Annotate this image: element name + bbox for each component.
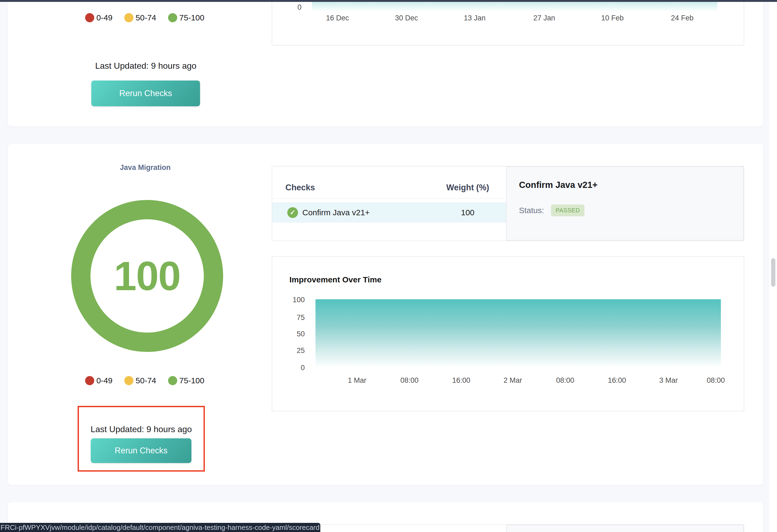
check-details-panel: Confirm Java v21+ Status: PASSED (506, 166, 744, 241)
check-passed-icon: ✓ (287, 207, 298, 218)
status-label: Status: (519, 206, 544, 215)
x-axis-label: 27 Jan (533, 14, 555, 22)
improvement-chart-title: Improvement Over Time (290, 275, 381, 284)
legend-item-mid: 50-74 (124, 13, 156, 22)
legend-item-high: 75-100 (168, 13, 204, 22)
legend-item-high: 75-100 (168, 376, 204, 385)
top-divider-strip (0, 0, 777, 2)
legend-label: 0-49 (96, 13, 112, 22)
y-axis-tick: 0 (286, 364, 305, 372)
scorecard-card-top: 0-49 50-74 75-100 Last Updated: 9 hours … (8, 2, 763, 126)
legend-dot-green (168, 13, 177, 22)
improvement-chart-panel: Improvement Over Time 100 75 50 25 0 1 M… (272, 256, 744, 411)
legend-dot-red (85, 376, 94, 385)
x-axis-label: 13 Jan (464, 14, 485, 22)
check-row-confirm-java[interactable]: ✓ Confirm Java v21+ 100 (272, 203, 506, 223)
x-axis-label: 24 Feb (671, 14, 693, 22)
y-axis-tick: 25 (286, 347, 305, 355)
legend-label: 50-74 (136, 13, 156, 22)
check-details-panel-partial (506, 525, 744, 532)
scorecard-title: Java Migration (92, 163, 199, 172)
x-axis-label: 10 Feb (601, 14, 624, 22)
checks-wrapper: Checks Weight (%) ✓ Confirm Java v21+ 10… (272, 166, 744, 241)
last-updated-text: Last Updated: 9 hours ago (43, 424, 239, 434)
y-axis-tick: 0 (298, 3, 302, 12)
y-axis-tick: 100 (286, 296, 305, 304)
weight-column-header: Weight (%) (427, 183, 508, 192)
status-badge: PASSED (551, 205, 584, 216)
improvement-area-series (316, 299, 721, 368)
legend-label: 0-49 (96, 376, 112, 385)
score-legend: 0-49 50-74 75-100 (85, 13, 204, 22)
x-axis-label: 30 Dec (395, 14, 418, 22)
legend-dot-red (85, 13, 94, 22)
rerun-checks-button[interactable]: Rerun Checks (91, 81, 200, 106)
checks-column-header: Checks (286, 183, 315, 192)
check-name: Confirm Java v21+ (302, 208, 370, 217)
x-axis-label: 16:00 (608, 376, 626, 385)
x-axis-label: 08:00 (400, 376, 419, 385)
legend-dot-yellow (124, 13, 133, 22)
x-axis-label: 2 Mar (504, 376, 522, 385)
x-axis-label: 16 Dec (326, 14, 349, 22)
legend-item-low: 0-49 (85, 376, 112, 385)
rerun-checks-button[interactable]: Rerun Checks (91, 438, 192, 463)
x-axis-label: 16:00 (452, 376, 470, 385)
x-axis-label: 08:00 (556, 376, 574, 385)
last-updated-text: Last Updated: 9 hours ago (48, 61, 244, 71)
y-axis-tick: 50 (286, 330, 305, 338)
check-status-row: Status: PASSED (519, 205, 584, 216)
score-value: 100 (114, 253, 181, 299)
legend-label: 50-74 (136, 376, 156, 385)
scorecard-page: 0-49 50-74 75-100 Last Updated: 9 hours … (0, 0, 777, 532)
link-preview-statusbar: FRCi-pfWPYXVjvw/module/idp/catalog/defau… (0, 523, 320, 532)
link-preview-url: FRCi-pfWPYXVjvw/module/idp/catalog/defau… (1, 523, 320, 531)
legend-item-low: 0-49 (85, 13, 112, 22)
x-axis-label: 1 Mar (348, 376, 366, 385)
score-legend: 0-49 50-74 75-100 (85, 376, 204, 385)
legend-dot-yellow (124, 376, 133, 385)
scorecard-card-java-migration: Java Migration 100 0-49 50-74 75-100 Las… (8, 144, 763, 485)
x-axis-label: 3 Mar (659, 376, 678, 385)
check-weight-value: 100 (427, 208, 508, 217)
x-axis-label: 08:00 (707, 376, 725, 385)
legend-label: 75-100 (179, 376, 204, 385)
check-details-title: Confirm Java v21+ (519, 180, 598, 190)
legend-dot-green (168, 376, 177, 385)
checks-wrapper-partial (272, 524, 744, 532)
legend-item-mid: 50-74 (124, 376, 156, 385)
y-axis-tick: 75 (286, 313, 305, 322)
trend-chart-panel: 0 16 Dec 30 Dec 13 Jan 27 Jan 10 Feb 24 … (272, 2, 744, 46)
score-gauge: 100 (71, 200, 223, 352)
scrollbar-thumb[interactable] (771, 258, 775, 287)
trend-area-series (312, 2, 717, 12)
legend-label: 75-100 (179, 13, 204, 22)
